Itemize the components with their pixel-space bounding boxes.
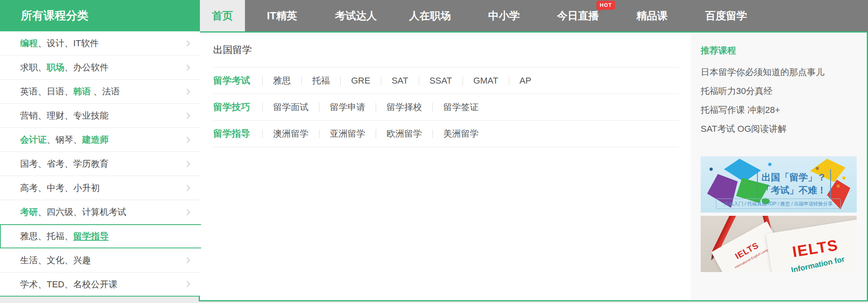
tab-label: IT精英 bbox=[267, 10, 297, 22]
tab-人在职场[interactable]: 人在职场 bbox=[393, 0, 467, 31]
sidebar-item-label: 国考、省考、学历教育 bbox=[20, 159, 109, 169]
chevron-right-icon bbox=[184, 185, 191, 191]
sidebar-item[interactable]: 学术、TED、名校公开课 bbox=[0, 272, 200, 297]
category-link[interactable]: 美洲留学 bbox=[433, 128, 489, 140]
hot-badge: HOT bbox=[596, 1, 615, 10]
sidebar-item[interactable]: 营销、理财、专业技能 bbox=[0, 104, 200, 128]
sidebar-item[interactable]: 编程、设计、IT软件 bbox=[0, 31, 200, 55]
recommended-course-link[interactable]: 托福写作课 冲刺28+ bbox=[701, 105, 867, 115]
sidebar-item-active[interactable]: 雅思、托福、留学指导 bbox=[0, 224, 201, 248]
sidebar-item-label: 营销、理财、专业技能 bbox=[20, 111, 109, 121]
category-link[interactable]: 留学面试 bbox=[263, 101, 319, 113]
category-link[interactable]: 澳洲留学 bbox=[263, 128, 319, 140]
category-link[interactable]: SSAT bbox=[419, 76, 463, 86]
ielts-booklet-large: IELTS Information for bbox=[766, 219, 857, 272]
sidebar-item[interactable]: 生活、文化、兴趣 bbox=[0, 248, 200, 272]
category-link[interactable]: 托福 bbox=[302, 75, 340, 87]
recommended-course-link[interactable]: 日本留学你必须知道的那点事儿 bbox=[701, 67, 867, 78]
chevron-right-icon bbox=[184, 257, 191, 264]
tab-label: 首页 bbox=[212, 10, 233, 22]
tab-中小学[interactable]: 中小学 bbox=[467, 0, 541, 31]
sidebar-item-label: 、法语 bbox=[91, 86, 120, 96]
panel-rows: 留学考试雅思托福GRESATSSATGMATAP留学技巧留学面试留学申请留学择校… bbox=[213, 67, 679, 147]
sidebar-item-label: 建造师 bbox=[82, 135, 109, 145]
tab-label: 精品课 bbox=[636, 10, 668, 22]
tab-精品课[interactable]: 精品课 bbox=[615, 0, 689, 31]
map-marker-dot bbox=[842, 176, 845, 180]
map-marker-dot bbox=[768, 163, 771, 166]
ielts-banner[interactable]: IELTS International English Lang IELTS I… bbox=[701, 216, 857, 272]
category-link[interactable]: 欧洲留学 bbox=[376, 128, 432, 140]
category-list: 编程、设计、IT软件求职、职场、办公软件英语、日语、韩语 、法语营销、理财、专业… bbox=[0, 31, 200, 297]
category-link[interactable]: 留学择校 bbox=[376, 101, 432, 113]
sidebar-item-label: 韩语 bbox=[73, 86, 91, 96]
tab-label: 今日直播 bbox=[557, 10, 599, 22]
banner-slogan-line2: 「考试」不难！ bbox=[760, 184, 828, 197]
tab-首页[interactable]: 首页 bbox=[200, 0, 245, 31]
sidebar-item[interactable]: 高考、中考、小升初 bbox=[0, 176, 200, 200]
sidebar-item-label: 雅思、托福、 bbox=[20, 231, 73, 241]
sidebar-item-label: 求职、 bbox=[20, 62, 47, 72]
study-abroad-banner[interactable]: 出国「留学」？ 「考试」不难！ 托福入门 / 托福真题TOP / 雅思 / 出国… bbox=[701, 156, 857, 213]
category-row: 留学指导澳洲留学亚洲留学欧洲留学美洲留学 bbox=[213, 121, 679, 147]
category-row: 留学技巧留学面试留学申请留学择校留学签证 bbox=[213, 94, 679, 121]
sidebar-item-label: 英语、日语、 bbox=[20, 86, 73, 96]
page: 所有课程分类 编程、设计、IT软件求职、职场、办公软件英语、日语、韩语 、法语营… bbox=[0, 0, 868, 303]
category-link[interactable]: 留学申请 bbox=[319, 101, 376, 113]
sidebar-item-label: 编程 bbox=[20, 38, 38, 48]
sidebar-item[interactable]: 会计证、钢琴、建造师 bbox=[0, 128, 200, 152]
chevron-right-icon bbox=[184, 161, 191, 167]
category-link[interactable]: GRE bbox=[341, 76, 381, 86]
category-link[interactable]: SAT bbox=[381, 76, 419, 86]
category-link[interactable]: GMAT bbox=[463, 76, 509, 86]
sidebar-item-label: 、办公软件 bbox=[64, 62, 109, 72]
chevron-right-icon bbox=[184, 88, 191, 95]
recommend-list: 日本留学你必须知道的那点事儿托福听力30分真经托福写作课 冲刺28+SAT考试 … bbox=[701, 67, 867, 134]
category-link[interactable]: 雅思 bbox=[263, 75, 301, 87]
chevron-right-icon bbox=[184, 113, 191, 119]
sidebar-item-label: 、四六级、计算机考试 bbox=[38, 207, 126, 217]
sidebar-item-label: 、设计、IT软件 bbox=[38, 38, 99, 48]
chevron-right-icon bbox=[184, 137, 191, 143]
tab-IT精英[interactable]: IT精英 bbox=[245, 0, 319, 31]
category-row-label: 留学技巧 bbox=[213, 101, 250, 113]
sidebar-item-label: 留学指导 bbox=[73, 231, 109, 241]
tab-label: 考试达人 bbox=[335, 10, 377, 22]
chevron-right-icon bbox=[184, 64, 191, 71]
category-link[interactable]: AP bbox=[509, 76, 542, 86]
tab-label: 中小学 bbox=[488, 10, 520, 22]
sidebar-item[interactable]: 英语、日语、韩语 、法语 bbox=[0, 80, 200, 104]
recommend-heading: 推荐课程 bbox=[701, 45, 867, 57]
chevron-right-icon bbox=[184, 281, 191, 287]
sidebar-header: 所有课程分类 bbox=[0, 0, 200, 31]
tab-考试达人[interactable]: 考试达人 bbox=[319, 0, 393, 31]
sidebar-item-label: 职场 bbox=[47, 62, 64, 72]
sidebar-item-label: 考研 bbox=[20, 207, 38, 217]
chevron-right-icon bbox=[184, 209, 191, 215]
sidebar-item[interactable]: 考研、四六级、计算机考试 bbox=[0, 200, 200, 224]
chevron-right-icon bbox=[184, 40, 191, 47]
category-sidebar: 所有课程分类 编程、设计、IT软件求职、职场、办公软件英语、日语、韩语 、法语营… bbox=[0, 0, 200, 297]
sidebar-item-label: 高考、中考、小升初 bbox=[20, 183, 100, 193]
sidebar-item[interactable]: 求职、职场、办公软件 bbox=[0, 55, 200, 80]
recommended-course-link[interactable]: SAT考试 OG阅读讲解 bbox=[701, 124, 867, 134]
recommend-column: 推荐课程 日本留学你必须知道的那点事儿托福听力30分真经托福写作课 冲刺28+S… bbox=[691, 33, 867, 300]
tab-百度留学[interactable]: 百度留学 bbox=[689, 0, 763, 31]
panel-title: 出国留学 bbox=[213, 43, 679, 57]
flyout-panel: 出国留学 留学考试雅思托福GRESATSSATGMATAP留学技巧留学面试留学申… bbox=[199, 31, 868, 301]
sidebar-item-label: 生活、文化、兴趣 bbox=[20, 255, 91, 265]
sidebar-item[interactable]: 国考、省考、学历教育 bbox=[0, 152, 200, 176]
category-row: 留学考试雅思托福GRESATSSATGMATAP bbox=[213, 68, 679, 94]
tab-今日直播[interactable]: 今日直播HOT bbox=[541, 0, 615, 31]
category-row-label: 留学考试 bbox=[213, 74, 250, 87]
category-link[interactable]: 亚洲留学 bbox=[319, 128, 376, 140]
category-row-label: 留学指导 bbox=[213, 127, 250, 140]
category-link[interactable]: 留学签证 bbox=[433, 101, 489, 113]
sidebar-item-label: 学术、TED、名校公开课 bbox=[20, 279, 117, 289]
tab-label: 百度留学 bbox=[705, 10, 747, 22]
flyout-main: 出国留学 留学考试雅思托福GRESATSSATGMATAP留学技巧留学面试留学申… bbox=[200, 33, 691, 300]
tab-label: 人在职场 bbox=[409, 10, 451, 22]
recommended-course-link[interactable]: 托福听力30分真经 bbox=[701, 86, 867, 96]
top-nav: 首页IT精英考试达人人在职场中小学今日直播HOT精品课百度留学 bbox=[200, 0, 868, 31]
sidebar-item-label: 、钢琴、 bbox=[47, 135, 82, 145]
